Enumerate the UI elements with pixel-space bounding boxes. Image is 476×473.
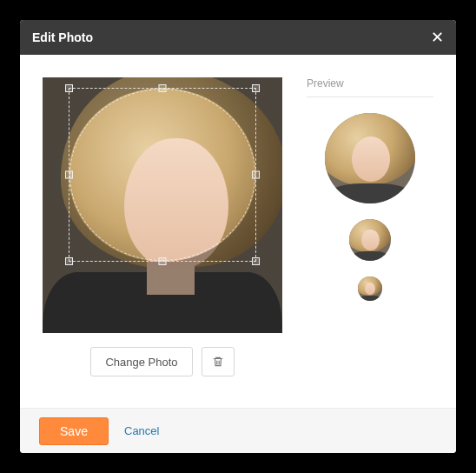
delete-photo-button[interactable]	[202, 347, 235, 376]
crop-rectangle[interactable]	[69, 88, 256, 262]
crop-circle-guide	[69, 89, 255, 261]
modal-body: Change Photo Preview	[20, 55, 456, 408]
crop-handle-e[interactable]	[252, 171, 260, 179]
save-button[interactable]: Save	[39, 417, 109, 445]
change-photo-button[interactable]: Change Photo	[90, 347, 192, 376]
crop-handle-ne[interactable]	[252, 84, 260, 92]
edit-photo-modal: Edit Photo ✕	[20, 20, 456, 453]
preview-avatar-medium	[349, 219, 391, 261]
trash-icon	[212, 356, 224, 368]
modal-header: Edit Photo ✕	[20, 20, 456, 55]
crop-handle-n[interactable]	[159, 84, 167, 92]
photo-crop-area[interactable]	[43, 77, 282, 333]
crop-handle-s[interactable]	[159, 257, 167, 265]
cancel-link[interactable]: Cancel	[124, 424, 159, 437]
crop-handle-w[interactable]	[65, 171, 73, 179]
preview-column: Preview	[307, 77, 433, 376]
editor-row: Change Photo Preview	[43, 77, 433, 376]
crop-handle-nw[interactable]	[65, 84, 73, 92]
modal-backdrop: Edit Photo ✕	[0, 0, 476, 473]
modal-footer: Save Cancel	[20, 408, 456, 453]
modal-title: Edit Photo	[32, 30, 93, 44]
preview-avatar-small	[358, 276, 382, 301]
crop-handle-se[interactable]	[252, 257, 260, 265]
preview-avatars	[307, 113, 433, 301]
photo-controls: Change Photo	[43, 347, 282, 376]
photo-editor-column: Change Photo	[43, 77, 282, 376]
preview-avatar-large	[325, 113, 415, 203]
crop-handle-sw[interactable]	[65, 257, 73, 265]
close-icon[interactable]: ✕	[431, 30, 444, 45]
preview-label: Preview	[307, 77, 433, 97]
photo-image	[43, 77, 282, 333]
